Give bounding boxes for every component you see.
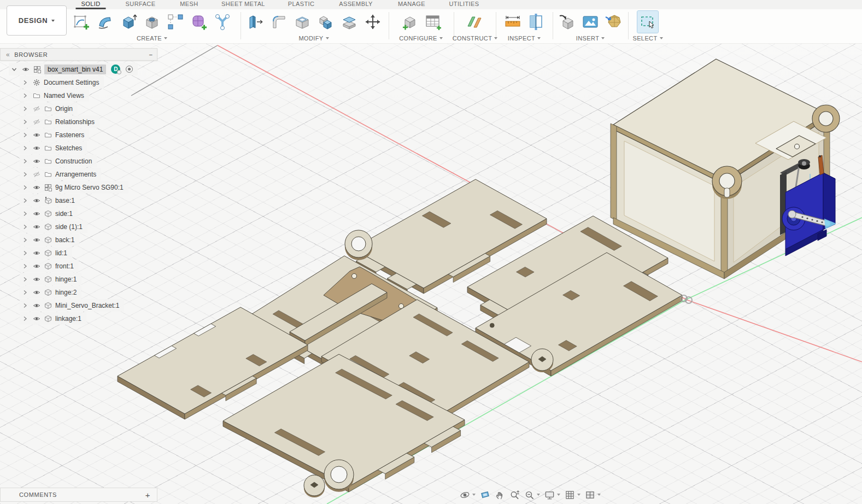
- chevron-right-icon[interactable]: [21, 289, 30, 296]
- visibility-eye-icon[interactable]: [32, 276, 41, 283]
- chevron-right-icon[interactable]: [21, 157, 30, 165]
- browser-item-9g-micro-servo-sg90-1[interactable]: 9g Micro Servo SG90:1: [0, 181, 157, 194]
- shell-button[interactable]: [292, 11, 313, 33]
- create-sketch-button[interactable]: [71, 11, 92, 33]
- visibility-eye-off-icon[interactable]: [32, 171, 41, 178]
- add-comment-button[interactable]: +: [145, 490, 150, 500]
- chevron-down-icon[interactable]: [557, 494, 560, 496]
- chevron-right-icon[interactable]: [21, 302, 30, 309]
- tab-sheet-metal[interactable]: SHEET METAL: [216, 0, 271, 9]
- group-label[interactable]: CREATE: [137, 35, 162, 42]
- create-form-button[interactable]: [189, 11, 209, 33]
- look-at-button[interactable]: [478, 489, 491, 501]
- visibility-eye-icon[interactable]: [32, 131, 41, 139]
- browser-item-linkage-1[interactable]: linkage:1: [0, 312, 157, 325]
- chevron-down-icon[interactable]: [597, 494, 601, 496]
- hole-button[interactable]: [142, 11, 162, 33]
- browser-item-named-views[interactable]: Named Views: [0, 89, 157, 102]
- grid-and-snaps-button[interactable]: [563, 489, 576, 501]
- measure-button[interactable]: [502, 11, 523, 33]
- chevron-right-icon[interactable]: [21, 249, 30, 257]
- chevron-right-icon[interactable]: [21, 236, 30, 244]
- group-label[interactable]: INSERT: [576, 35, 600, 42]
- browser-item-hinge-1[interactable]: hinge:1: [0, 273, 157, 285]
- tab-plastic[interactable]: PLASTIC: [283, 0, 320, 9]
- browser-item-lid-1[interactable]: lid:1: [0, 247, 157, 259]
- move-button[interactable]: [362, 11, 383, 33]
- visibility-eye-icon[interactable]: [21, 66, 30, 73]
- zoom-button[interactable]: [508, 489, 521, 501]
- browser-item-arrangements[interactable]: Arrangements: [0, 168, 157, 180]
- chevron-right-icon[interactable]: [21, 171, 30, 178]
- display-settings-button[interactable]: [543, 489, 556, 501]
- chevron-right-icon[interactable]: [21, 223, 30, 231]
- chevron-down-icon[interactable]: [10, 66, 19, 73]
- browser-item-fasteners[interactable]: Fasteners: [0, 128, 157, 141]
- extrude-button[interactable]: [118, 11, 139, 33]
- group-label[interactable]: CONSTRUCT: [453, 35, 492, 42]
- collapse-panel-icon[interactable]: «: [6, 51, 10, 58]
- visibility-eye-off-icon[interactable]: [32, 105, 41, 113]
- viewports-button[interactable]: [583, 489, 596, 501]
- chevron-right-icon[interactable]: [21, 276, 30, 283]
- insert-derive-button[interactable]: [556, 11, 577, 33]
- group-label[interactable]: CONFIGURE: [399, 35, 437, 42]
- construction-plane-button[interactable]: [465, 11, 485, 33]
- visibility-eye-off-icon[interactable]: [32, 118, 41, 126]
- minimize-panel-icon[interactable]: –: [145, 51, 157, 58]
- laser-cut-flat-panels[interactable]: [118, 179, 682, 497]
- browser-item-construction[interactable]: Construction: [0, 155, 157, 167]
- browser-root-item[interactable]: box_smart_bin v41 D: [0, 63, 157, 75]
- window-select-button[interactable]: [637, 11, 658, 33]
- tab-manage[interactable]: MANAGE: [392, 0, 431, 9]
- section-analysis-button[interactable]: [526, 11, 547, 33]
- comments-bar[interactable]: COMMENTS +: [0, 488, 157, 502]
- sweep-button[interactable]: [95, 11, 115, 33]
- configuration-button[interactable]: [399, 11, 420, 33]
- visibility-eye-icon[interactable]: [32, 262, 41, 270]
- chevron-right-icon[interactable]: [21, 144, 30, 152]
- browser-item-document-settings[interactable]: Document Settings: [0, 76, 157, 89]
- rectangular-pattern-button[interactable]: [165, 11, 186, 33]
- combine-button[interactable]: [315, 11, 336, 33]
- canvas-button[interactable]: [580, 11, 601, 33]
- tab-utilities[interactable]: UTILITIES: [444, 0, 485, 9]
- chevron-right-icon[interactable]: [21, 131, 30, 139]
- press-pull-button[interactable]: [245, 11, 266, 33]
- chevron-right-icon[interactable]: [21, 262, 30, 270]
- fillet-button[interactable]: [268, 11, 289, 33]
- chevron-down-icon[interactable]: [472, 494, 476, 496]
- chevron-right-icon[interactable]: [21, 105, 30, 113]
- group-label[interactable]: SELECT: [632, 35, 657, 42]
- generative-design-button[interactable]: [212, 11, 233, 33]
- visibility-eye-icon[interactable]: [32, 223, 41, 231]
- activate-component-radio[interactable]: [126, 66, 133, 73]
- visibility-eye-icon[interactable]: [32, 184, 41, 191]
- tab-assembly[interactable]: ASSEMBLY: [333, 0, 378, 9]
- visibility-eye-icon[interactable]: [32, 302, 41, 309]
- visibility-eye-icon[interactable]: [32, 289, 41, 296]
- tab-surface[interactable]: SURFACE: [120, 0, 161, 9]
- browser-item-hinge-2[interactable]: hinge:2: [0, 286, 157, 298]
- browser-item-base-1[interactable]: base:1: [0, 194, 157, 207]
- visibility-eye-icon[interactable]: [32, 144, 41, 152]
- configuration-table-button[interactable]: [423, 11, 443, 33]
- visibility-eye-icon[interactable]: [32, 315, 41, 323]
- browser-item-front-1[interactable]: front:1: [0, 260, 157, 272]
- chevron-right-icon[interactable]: [21, 184, 30, 191]
- browser-item-sketches[interactable]: Sketches: [0, 142, 157, 154]
- group-label[interactable]: MODIFY: [298, 35, 323, 42]
- chevron-right-icon[interactable]: [21, 315, 30, 323]
- chevron-down-icon[interactable]: [577, 494, 580, 496]
- browser-item-side-1[interactable]: side:1: [0, 207, 157, 220]
- chevron-right-icon[interactable]: [21, 197, 30, 204]
- group-label[interactable]: INSPECT: [508, 35, 535, 42]
- offset-face-button[interactable]: [339, 11, 360, 33]
- chevron-down-icon[interactable]: [537, 494, 540, 496]
- chevron-right-icon[interactable]: [21, 79, 30, 86]
- insert-mesh-button[interactable]: [603, 11, 624, 33]
- visibility-eye-icon[interactable]: [32, 249, 41, 257]
- pan-button[interactable]: [493, 489, 506, 501]
- chevron-right-icon[interactable]: [21, 210, 30, 218]
- visibility-eye-icon[interactable]: [32, 236, 41, 244]
